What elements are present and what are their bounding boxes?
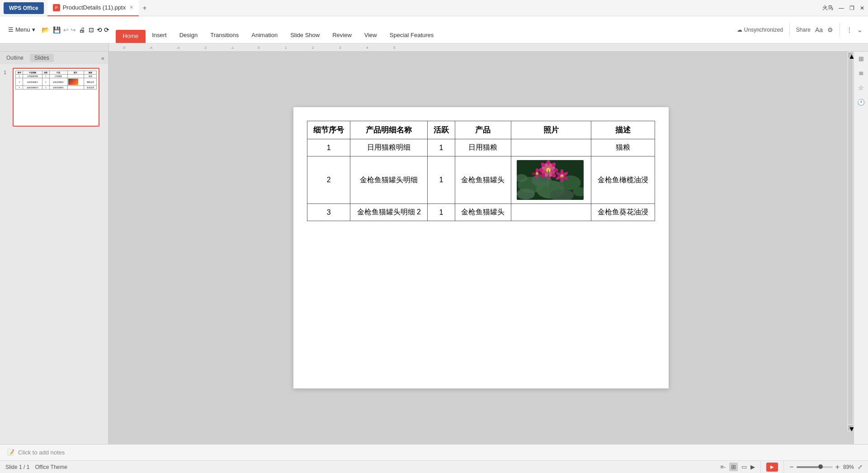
zoom-controls: − + [789, 463, 840, 471]
row2-active: 1 [428, 156, 455, 204]
tab-view[interactable]: View [358, 29, 383, 43]
file-name: ProductDetails (11).pptx [63, 4, 126, 11]
mini-td: 1 [42, 86, 49, 90]
redo-icon[interactable]: ↪ [70, 26, 77, 33]
divider [789, 23, 790, 37]
slide-thumb-1: 1 细节 产品明细 活跃 产品 照片 [4, 68, 104, 127]
ribbon: ☰ Menu ▾ 📂 💾 ↩ ↪ 🖨 ⊡ ⟲ ⟳ Home Insert Des… [0, 16, 868, 43]
slide-canvas-wrapper[interactable]: 细节序号 产品明细名称 活跃 产品 照片 描述 1 日用猫粮明细 [108, 52, 854, 444]
tab-insert[interactable]: Insert [146, 29, 173, 43]
tab-slideshow[interactable]: Slide Show [284, 29, 326, 43]
menu-button[interactable]: ☰ Menu ▾ [4, 16, 40, 43]
outline-view-icon[interactable]: ▭ [741, 464, 747, 470]
notes-icon: 📝 [7, 449, 14, 456]
slide-thumbnail-1[interactable]: 细节 产品明细 活跃 产品 照片 描述 [13, 68, 99, 127]
tab-outline[interactable]: Outline [2, 54, 28, 62]
fullscreen-icon[interactable]: ⤢ [858, 464, 863, 470]
row1-product: 日用猫粮 [455, 139, 511, 156]
left-panel: Outline Slides « 1 细节 产品明细 [0, 52, 108, 444]
row1-desc: 猫粮 [591, 139, 655, 156]
mini-td: 1 [42, 78, 49, 86]
accessibility-icon[interactable]: Aa [815, 26, 823, 33]
slideshow-view-icon[interactable]: ▶ [750, 464, 755, 470]
print-icon[interactable]: 🖨 [77, 26, 87, 33]
notes-placeholder[interactable]: Click to add notes [18, 449, 65, 456]
svg-rect-55 [517, 160, 584, 200]
status-bar: Slide 1 / 1 Office Theme ≡- ⊞ ▭ ▶ − + 89… [0, 460, 868, 473]
animate-icon[interactable]: ≋ [859, 70, 864, 77]
list-view-icon[interactable]: ≡- [720, 464, 726, 470]
row1-active: 1 [428, 139, 455, 156]
scroll-down-button[interactable]: ▼ [848, 425, 853, 430]
mini-td: 金枪鱼猫罐头 [49, 86, 67, 90]
window-close-button[interactable]: ✕ [860, 5, 864, 11]
window-min-button[interactable]: — [839, 5, 844, 11]
mini-th: 产品 [49, 71, 67, 75]
row2-name: 金枪鱼猫罐头明细 [350, 156, 428, 204]
mini-td [67, 78, 84, 86]
row3-name: 金枪鱼猫罐头明细 2 [350, 204, 428, 221]
thumbnail-content: 细节 产品明细 活跃 产品 照片 描述 [14, 69, 99, 126]
undo-icon[interactable]: ↩ [62, 26, 70, 33]
ribbon-right: ☁ Unsynchronized Share Aa ⚙ ⋮ ⌄ [731, 16, 868, 43]
panel-tabs: Outline Slides « [0, 52, 108, 64]
wps-logo-button[interactable]: WPS Office [4, 2, 44, 14]
svg-text:4: 4 [366, 46, 368, 50]
undo2-icon[interactable]: ⟲ [96, 26, 103, 33]
redo2-icon[interactable]: ⟳ [103, 26, 110, 33]
unsync-label: Unsynchronized [744, 27, 783, 33]
scroll-up-button[interactable]: ▲ [848, 52, 853, 58]
scroll-thumb[interactable] [848, 59, 853, 424]
slide-number-1: 1 [4, 70, 9, 75]
cloud-icon: ☁ [737, 27, 742, 33]
more-options-icon[interactable]: ⋮ [846, 26, 853, 33]
tab-home[interactable]: Home [116, 30, 146, 43]
zoom-slider-thumb[interactable] [818, 464, 823, 469]
divider2 [840, 23, 840, 37]
normal-view-icon[interactable]: ⊞ [729, 463, 738, 471]
vertical-scrollbar[interactable]: ▲ ▼ [847, 52, 854, 431]
svg-text:-1: -1 [231, 46, 234, 50]
tab-close-icon[interactable]: ✕ [129, 5, 133, 10]
layout-icon[interactable]: ⊞ [859, 55, 864, 62]
window-max-button[interactable]: ❐ [849, 5, 854, 11]
zoom-minus-button[interactable]: − [789, 463, 793, 471]
tab-review[interactable]: Review [326, 29, 358, 43]
file-tab[interactable]: P ProductDetails (11).pptx ✕ [47, 0, 139, 16]
open-file-icon[interactable]: 📂 [40, 26, 51, 33]
mini-td: 1 [42, 75, 49, 78]
save-icon[interactable]: 💾 [51, 26, 62, 33]
tab-transitions[interactable]: Transitions [204, 29, 245, 43]
mini-td: 金枪鱼猫罐头 [49, 78, 67, 86]
mini-td: 葵花油浸 [84, 86, 97, 90]
collapse-ribbon-icon[interactable]: ⌄ [857, 26, 863, 33]
svg-text:-2: -2 [203, 46, 207, 50]
table-header-product: 产品 [455, 121, 511, 139]
share-button[interactable]: Share [796, 27, 811, 33]
row1-name: 日用猫粮明细 [350, 139, 428, 156]
horizontal-ruler: -5 -4 -3 -2 -1 0 1 2 3 4 5 [108, 43, 868, 52]
mini-td: 金枪鱼猫罐头 [23, 78, 42, 86]
tab-animation[interactable]: Animation [245, 29, 284, 43]
svg-text:1: 1 [285, 46, 287, 50]
zoom-plus-button[interactable]: + [835, 463, 840, 471]
tab-design[interactable]: Design [173, 29, 204, 43]
history-icon[interactable]: 🕐 [857, 99, 865, 106]
star-icon[interactable]: ☆ [858, 84, 864, 91]
tab-slides[interactable]: Slides [30, 54, 54, 62]
mini-td: 3 [16, 86, 23, 90]
tab-special[interactable]: Special Features [383, 29, 440, 43]
panel-collapse-icon[interactable]: « [99, 55, 106, 61]
play-button[interactable] [766, 463, 778, 472]
settings-icon[interactable]: ⚙ [827, 26, 833, 33]
unsync-button[interactable]: ☁ Unsynchronized [737, 27, 783, 33]
svg-text:5: 5 [393, 46, 396, 50]
add-tab-button[interactable]: + [139, 4, 150, 12]
screenshot-icon[interactable]: ⊡ [87, 26, 96, 33]
row3-photo [511, 204, 591, 221]
ruler-marks: -5 -4 -3 -2 -1 0 1 2 3 4 5 [108, 43, 868, 51]
table-row: 3 金枪鱼猫罐头明细 2 1 金枪鱼猫罐头 金枪鱼葵花油浸 [307, 204, 655, 221]
zoom-slider[interactable] [797, 466, 833, 468]
table-row: 2 金枪鱼猫罐头明细 1 金枪鱼猫罐头 [307, 156, 655, 204]
firebird-label: 火鸟 [822, 4, 833, 12]
